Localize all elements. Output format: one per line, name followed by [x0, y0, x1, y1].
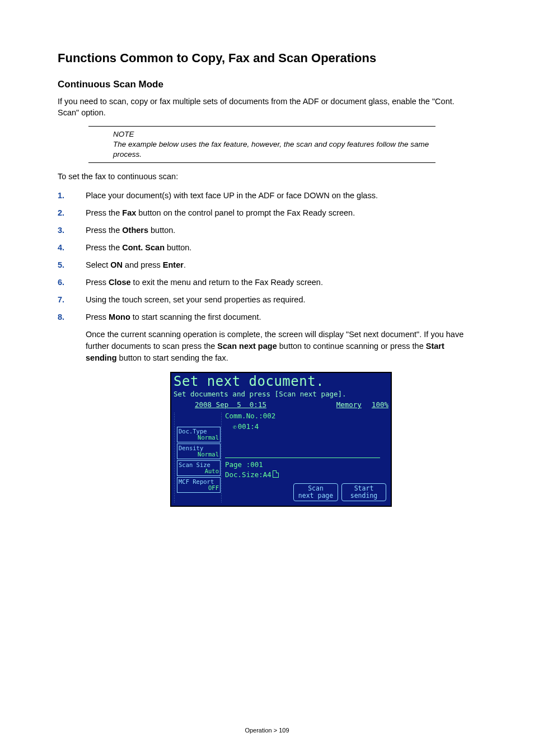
note-label: NOTE	[113, 130, 435, 138]
step-1: Place your document(s) with text face UP…	[58, 190, 476, 202]
screen-status-row: 2008 Sep 5 0:15 Memory 100%	[174, 400, 388, 410]
scan-next-page-button[interactable]: Scan next page	[293, 483, 338, 501]
section-subtitle: Continuous Scan Mode	[58, 79, 476, 90]
tab-density[interactable]: Density Normal	[177, 444, 221, 459]
step-8: Press Mono to start scanning the first d…	[58, 311, 476, 507]
steps-list: Place your document(s) with text face UP…	[58, 190, 476, 507]
section-title: Functions Common to Copy, Fax and Scan O…	[58, 50, 476, 67]
screen-left-tabs: Doc.Type Normal Density Normal Scan Size…	[174, 412, 221, 504]
step-4: Press the Cont. Scan button.	[58, 242, 476, 254]
screen-docsize-line: Doc.Size:A4	[225, 470, 388, 480]
start-sending-button[interactable]: Start sending	[341, 483, 386, 501]
screen-comm-no: Comm.No.:002	[225, 411, 388, 421]
tab-doc-type[interactable]: Doc.Type Normal	[177, 427, 221, 442]
step-6: Press Close to exit the menu and return …	[58, 277, 476, 288]
step-7: Using the touch screen, set your send pr…	[58, 294, 476, 306]
screen-memory-label: Memory	[336, 400, 362, 410]
step-2: Press the Fax button on the control pane…	[58, 207, 476, 219]
screen-subtitle: Set documents and press [Scan next page]…	[174, 389, 388, 399]
page-icon	[273, 470, 279, 478]
step-3: Press the Others button.	[58, 225, 476, 236]
screen-dial: ✆001:4	[225, 422, 388, 432]
page-footer: Operation > 109	[0, 727, 534, 734]
phone-icon: ✆	[233, 423, 237, 431]
tab-mcf-report[interactable]: MCF Report OFF	[177, 477, 221, 493]
device-screen: Set next document. Set documents and pre…	[170, 372, 392, 507]
steps-intro: To set the fax to continuous scan:	[58, 171, 476, 182]
intro-paragraph: If you need to scan, copy or fax multipl…	[58, 96, 476, 119]
screen-memory-percent: 100%	[372, 400, 388, 410]
step-5: Select ON and press Enter.	[58, 259, 476, 271]
step-8-follow-paragraph: Once the current scanning operation is c…	[86, 329, 476, 364]
screen-datetime: 2008 Sep 5 0:15	[195, 400, 266, 410]
tab-scan-size[interactable]: Scan Size Auto	[177, 460, 221, 476]
note-text: The example below uses the fax feature, …	[113, 139, 435, 160]
screen-page-line: Page :001	[225, 460, 388, 470]
screen-title: Set next document.	[174, 375, 388, 389]
note-block: NOTE The example below uses the fax feat…	[88, 126, 435, 162]
